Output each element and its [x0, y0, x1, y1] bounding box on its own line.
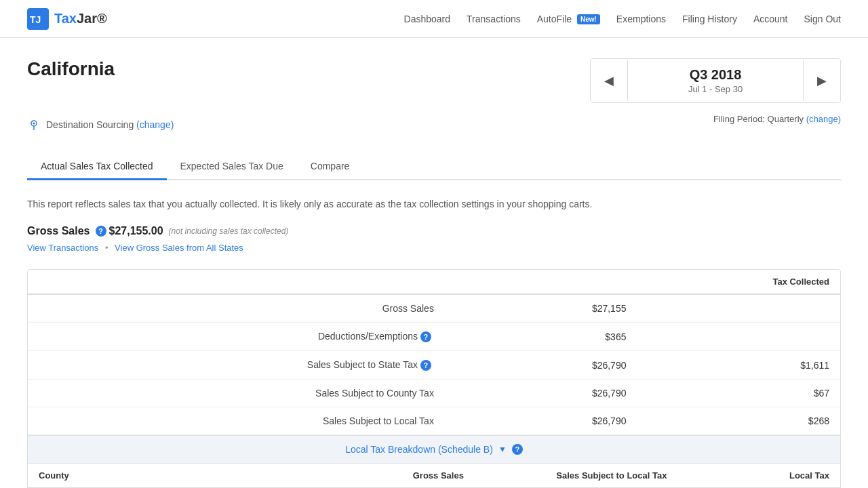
logo-text: TaxJar®: [54, 11, 107, 26]
table-row: Sales Subject to State Tax ? $26,790 $1,…: [28, 351, 840, 380]
svg-text:TJ: TJ: [30, 14, 41, 25]
row-value-county-tax: $26,790: [475, 380, 637, 407]
quarter-dates: Jul 1 - Sep 30: [655, 84, 776, 94]
deductions-info-icon[interactable]: ?: [420, 331, 431, 342]
prev-quarter-button[interactable]: ◀: [591, 59, 627, 102]
county-header-row: County Gross Sales Sales Subject to Loca…: [28, 464, 840, 488]
filing-period: Filing Period: Quarterly (change): [713, 114, 841, 124]
local-breakdown-help-icon[interactable]: ?: [512, 444, 523, 455]
row-value-gross-sales: $27,155: [475, 294, 637, 323]
th-gross: Gross Sales: [312, 464, 475, 488]
row-value-local-tax: $26,790: [475, 407, 637, 435]
quarter-navigator: ◀ Q3 2018 Jul 1 - Sep 30 ▶: [590, 58, 841, 103]
autofile-badge: New!: [577, 14, 600, 24]
logo-icon: TJ: [27, 8, 49, 30]
gross-sales-info-icon[interactable]: ?: [96, 226, 106, 237]
row-tax-state-tax: $1,611: [637, 351, 840, 380]
row-tax-deductions: [637, 323, 840, 351]
th-tax-collected: Tax Collected: [637, 270, 840, 294]
table-row: Gross Sales $27,155: [28, 294, 840, 323]
next-quarter-button[interactable]: ▶: [804, 59, 840, 102]
gross-sales-row: Gross Sales ? $27,155.00 (not including …: [27, 225, 841, 237]
page-title: California: [27, 58, 115, 80]
row-label-county-tax: Sales Subject to County Tax: [28, 380, 475, 407]
row-value-deductions: $365: [475, 323, 637, 351]
table-row: Deductions/Exemptions ? $365: [28, 323, 840, 351]
chevron-down-icon: ▼: [498, 445, 507, 454]
state-tax-info-icon[interactable]: ?: [420, 360, 431, 371]
tab-expected[interactable]: Expected Sales Tax Due: [167, 154, 297, 180]
sourcing-change-link[interactable]: (change): [136, 119, 174, 130]
local-breakdown-link[interactable]: Local Tax Breakdown (Schedule B): [345, 444, 493, 455]
filing-period-change-link[interactable]: (change): [806, 114, 841, 124]
tab-compare[interactable]: Compare: [297, 154, 363, 180]
view-gross-sales-link[interactable]: View Gross Sales from All States: [115, 243, 243, 253]
quarter-display: Q3 2018 Jul 1 - Sep 30: [627, 60, 804, 101]
gross-sales-amount: $27,155.00: [109, 225, 163, 237]
row-tax-local-tax: $268: [637, 407, 840, 435]
main-table-container: Tax Collected Gross Sales $27,155 Deduct…: [27, 269, 841, 488]
nav-autofile[interactable]: AutoFile New!: [537, 14, 600, 24]
header: TJ TaxJar® Dashboard Transactions AutoFi…: [0, 0, 868, 38]
table-row: Sales Subject to Local Tax $26,790 $268: [28, 407, 840, 435]
table-header-row: Tax Collected: [28, 270, 840, 294]
svg-point-3: [33, 122, 35, 124]
row-tax-gross-sales: [637, 294, 840, 323]
links-row: View Transactions • View Gross Sales fro…: [27, 243, 841, 253]
gross-sales-note: (not including sales tax collected): [169, 226, 289, 236]
quarter-label: Q3 2018: [655, 67, 776, 83]
main-nav: Dashboard Transactions AutoFile New! Exe…: [404, 14, 841, 24]
logo: TJ TaxJar®: [27, 8, 107, 30]
table-body: Gross Sales $27,155 Deductions/Exemption…: [28, 294, 840, 435]
tab-actual[interactable]: Actual Sales Tax Collected: [27, 154, 167, 180]
nav-account[interactable]: Account: [753, 14, 788, 24]
view-transactions-link[interactable]: View Transactions: [27, 243, 98, 253]
th-county: County: [28, 464, 312, 488]
row-label-state-tax: Sales Subject to State Tax ?: [28, 351, 475, 380]
local-breakdown-bar: Local Tax Breakdown (Schedule B) ▼ ?: [28, 435, 840, 464]
report-description: This report reflects sales tax that you …: [27, 197, 841, 211]
sourcing-label: Destination Sourcing (change): [46, 119, 174, 130]
row-label-gross-sales: Gross Sales: [28, 294, 475, 323]
tabs: Actual Sales Tax Collected Expected Sale…: [27, 154, 841, 180]
gross-sales-label: Gross Sales: [27, 225, 90, 237]
th-empty: [28, 270, 475, 294]
main-table: Tax Collected Gross Sales $27,155 Deduct…: [28, 270, 840, 435]
county-table: County Gross Sales Sales Subject to Loca…: [28, 464, 840, 488]
nav-exemptions[interactable]: Exemptions: [616, 14, 666, 24]
table-row: Sales Subject to County Tax $26,790 $67: [28, 380, 840, 407]
links-separator: •: [105, 243, 108, 253]
main-content: California ◀ Q3 2018 Jul 1 - Sep 30 ▶: [0, 38, 868, 488]
th-subject: Sales Subject to Local Tax: [475, 464, 678, 488]
nav-transactions[interactable]: Transactions: [467, 14, 521, 24]
row-tax-county-tax: $67: [637, 380, 840, 407]
nav-dashboard[interactable]: Dashboard: [404, 14, 451, 24]
th-local-tax: Local Tax: [677, 464, 840, 488]
sourcing-row: Destination Sourcing (change): [27, 118, 174, 131]
row-label-deductions: Deductions/Exemptions ?: [28, 323, 475, 351]
nav-filing-history[interactable]: Filing History: [682, 14, 737, 24]
row-label-local-tax: Sales Subject to Local Tax: [28, 407, 475, 435]
nav-sign-out[interactable]: Sign Out: [804, 14, 841, 24]
row-value-state-tax: $26,790: [475, 351, 637, 380]
sourcing-icon: [27, 118, 41, 131]
top-row: California ◀ Q3 2018 Jul 1 - Sep 30 ▶: [27, 58, 841, 103]
th-amount: [475, 270, 637, 294]
